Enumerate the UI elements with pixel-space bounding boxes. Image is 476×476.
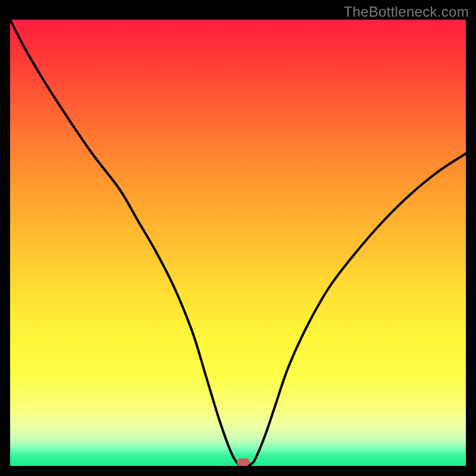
optimal-point-marker (237, 458, 250, 466)
bottleneck-curve (10, 20, 466, 466)
chart-container: TheBottleneck.com (0, 0, 476, 476)
attribution-text: TheBottleneck.com (343, 4, 469, 20)
